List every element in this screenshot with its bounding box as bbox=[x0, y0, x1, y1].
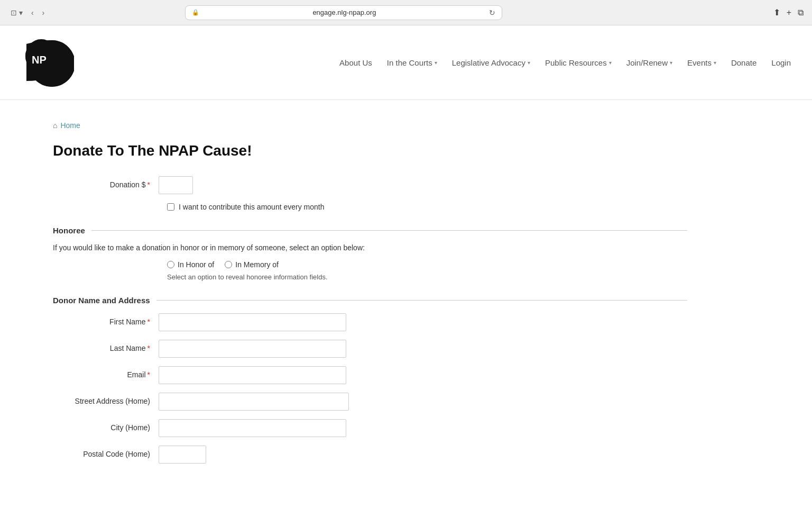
reload-button[interactable]: ↻ bbox=[489, 8, 495, 17]
donation-required-star: * bbox=[147, 180, 150, 189]
browser-chrome: ⊡ ▾ ‹ › 🔒 engage.nlg-npap.org ↻ ⬆ + ⧉ bbox=[0, 0, 812, 25]
main-content: ⌂ Home Donate To The NPAP Cause! Donatio… bbox=[0, 100, 740, 504]
home-icon: ⌂ bbox=[53, 121, 57, 130]
honoree-section-separator: Honoree bbox=[53, 226, 687, 235]
logo-svg: NP AP bbox=[21, 36, 74, 89]
street-address-label: Street Address (Home) bbox=[53, 393, 159, 405]
browser-actions: ⬆ + ⧉ bbox=[773, 7, 804, 17]
street-address-row: Street Address (Home) bbox=[53, 393, 687, 411]
lock-icon: 🔒 bbox=[192, 9, 199, 16]
email-row: Email* bbox=[53, 366, 687, 384]
in-memory-of-label: In Memory of bbox=[235, 260, 279, 269]
email-required-star: * bbox=[147, 370, 150, 379]
logo[interactable]: NP AP bbox=[21, 36, 74, 89]
first-name-row: First Name* bbox=[53, 313, 687, 331]
sidebar-toggle-button[interactable]: ⊡ ▾ bbox=[8, 6, 25, 19]
svg-text:AP: AP bbox=[32, 65, 47, 77]
page-title: Donate To The NPAP Cause! bbox=[53, 142, 687, 159]
email-input[interactable] bbox=[159, 366, 346, 384]
city-label: City (Home) bbox=[53, 419, 159, 432]
in-honor-of-radio[interactable] bbox=[167, 261, 174, 268]
share-button[interactable]: ⬆ bbox=[773, 7, 780, 17]
donor-section-label: Donor Name and Address bbox=[53, 296, 150, 305]
street-address-input[interactable] bbox=[159, 393, 349, 411]
first-name-label: First Name* bbox=[53, 313, 159, 326]
monthly-checkbox-row: I want to contribute this amount every m… bbox=[167, 203, 687, 211]
nav-login[interactable]: Login bbox=[771, 58, 791, 67]
donation-amount-row: Donation $* bbox=[53, 176, 687, 194]
last-name-required-star: * bbox=[147, 344, 150, 352]
nav-donate[interactable]: Donate bbox=[731, 58, 756, 67]
city-input[interactable] bbox=[159, 419, 346, 437]
email-label: Email* bbox=[53, 366, 159, 379]
nav-legislative-advocacy[interactable]: Legislative Advocacy ▾ bbox=[452, 58, 530, 67]
breadcrumb: ⌂ Home bbox=[53, 121, 687, 130]
svg-text:NP: NP bbox=[32, 54, 47, 66]
back-button[interactable]: ‹ bbox=[29, 6, 36, 19]
nav-events[interactable]: Events ▾ bbox=[687, 58, 716, 67]
honoree-separator-line bbox=[91, 230, 687, 231]
monthly-label: I want to contribute this amount every m… bbox=[179, 203, 324, 211]
city-row: City (Home) bbox=[53, 419, 687, 437]
site-header: NP AP About Us In the Courts ▾ Legislati… bbox=[0, 25, 812, 100]
public-resources-dropdown-arrow: ▾ bbox=[609, 60, 612, 66]
browser-controls: ⊡ ▾ ‹ › bbox=[8, 6, 47, 19]
url-text: engage.nlg-npap.org bbox=[202, 8, 486, 16]
tabs-button[interactable]: ⧉ bbox=[798, 7, 804, 17]
url-bar[interactable]: 🔒 engage.nlg-npap.org ↻ bbox=[185, 5, 502, 20]
monthly-checkbox[interactable] bbox=[167, 203, 174, 211]
last-name-input[interactable] bbox=[159, 340, 346, 358]
breadcrumb-home-link[interactable]: Home bbox=[60, 121, 80, 130]
join-renew-dropdown-arrow: ▾ bbox=[670, 60, 672, 66]
donation-label: Donation $* bbox=[53, 176, 159, 189]
legislative-advocacy-dropdown-arrow: ▾ bbox=[528, 60, 530, 66]
nav-in-the-courts[interactable]: In the Courts ▾ bbox=[387, 58, 437, 67]
nav-public-resources[interactable]: Public Resources ▾ bbox=[545, 58, 612, 67]
donation-amount-input[interactable] bbox=[159, 176, 193, 194]
in-memory-of-option[interactable]: In Memory of bbox=[225, 260, 279, 269]
in-the-courts-dropdown-arrow: ▾ bbox=[435, 60, 437, 66]
donor-section-separator: Donor Name and Address bbox=[53, 296, 687, 305]
donation-form: Donation $* I want to contribute this am… bbox=[53, 176, 687, 464]
main-nav: About Us In the Courts ▾ Legislative Adv… bbox=[339, 58, 791, 67]
in-honor-of-option[interactable]: In Honor of bbox=[167, 260, 214, 269]
forward-button[interactable]: › bbox=[40, 6, 47, 19]
in-memory-of-radio[interactable] bbox=[225, 261, 232, 268]
postal-code-row: Postal Code (Home) bbox=[53, 446, 687, 464]
nav-about-us[interactable]: About Us bbox=[339, 58, 372, 67]
nav-join-renew[interactable]: Join/Renew ▾ bbox=[626, 58, 672, 67]
events-dropdown-arrow: ▾ bbox=[714, 60, 716, 66]
first-name-required-star: * bbox=[147, 318, 150, 326]
honoree-section-label: Honoree bbox=[53, 226, 85, 235]
donor-separator-line bbox=[156, 300, 687, 301]
honoree-hint: Select an option to reveal honoree infor… bbox=[167, 273, 687, 281]
last-name-row: Last Name* bbox=[53, 340, 687, 358]
postal-code-label: Postal Code (Home) bbox=[53, 446, 159, 458]
in-honor-of-label: In Honor of bbox=[178, 260, 214, 269]
honoree-description: If you would like to make a donation in … bbox=[53, 243, 687, 252]
first-name-input[interactable] bbox=[159, 313, 346, 331]
new-tab-button[interactable]: + bbox=[787, 7, 791, 17]
honoree-radio-group: In Honor of In Memory of bbox=[167, 260, 687, 269]
last-name-label: Last Name* bbox=[53, 340, 159, 352]
postal-code-input[interactable] bbox=[159, 446, 206, 464]
